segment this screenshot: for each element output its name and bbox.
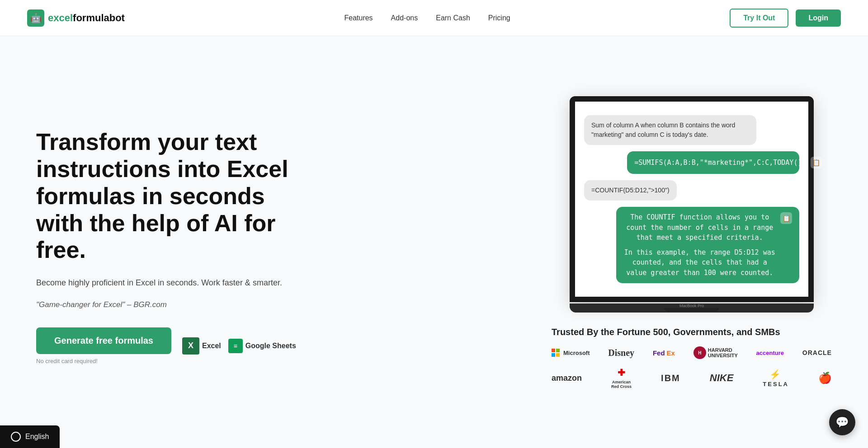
chat-bubble-4: The COUNTIF function allows you to count… xyxy=(616,207,799,283)
excel-badge: X Excel xyxy=(182,337,221,355)
lang-label: English xyxy=(25,433,49,441)
fedex-logo: FedEx xyxy=(653,349,675,357)
chat-bubble-2: =SUMIFS(A:A,B:B,"*marketing*",C:C,TODAY(… xyxy=(627,151,799,174)
hero-cta: Generate free formulas No credit card re… xyxy=(36,327,316,364)
microsoft-logo: Microsoft xyxy=(552,349,590,357)
integrations: X Excel ≡ Google Sheets xyxy=(182,337,296,355)
lang-circle-icon xyxy=(11,432,21,442)
hero-left: Transform your text instructions into Ex… xyxy=(36,129,316,364)
logos-row-2: amazon ✚ AmericanRed Cross IBM NIKE ⚡ TE… xyxy=(552,367,832,389)
laptop-mockup: Sum of column A when column B contains t… xyxy=(570,96,814,313)
oracle-logo: ORACLE xyxy=(802,349,832,356)
nav-pricing[interactable]: Pricing xyxy=(488,14,510,22)
logos-row-1: Microsoft Disney FedEx H HARVARDUNIVERSI… xyxy=(552,346,832,359)
cta-block: Generate free formulas No credit card re… xyxy=(36,327,171,364)
logo-icon: 🤖 xyxy=(27,9,44,27)
logo-text: excelformulabot xyxy=(48,12,125,24)
excel-icon: X xyxy=(182,337,199,355)
apple-logo: 🍎 xyxy=(818,372,832,384)
nav-actions: Try It Out Login xyxy=(730,9,841,28)
copy-icon-1[interactable]: 📋 xyxy=(811,157,822,168)
harvard-logo: H HARVARDUNIVERSITY xyxy=(693,346,738,359)
laptop-screen: Sum of column A when column B contains t… xyxy=(570,96,814,302)
nike-logo: NIKE xyxy=(710,372,734,384)
hero-title: Transform your text instructions into Ex… xyxy=(36,129,316,264)
logo[interactable]: 🤖 excelformulabot xyxy=(27,9,125,27)
tesla-logo: ⚡ TESLA xyxy=(763,369,789,387)
hero-subtitle: Become highly proficient in Excel in sec… xyxy=(36,276,316,289)
laptop-brand: MacBook Pro xyxy=(570,303,814,308)
copy-icon-2[interactable]: 📋 xyxy=(780,212,792,224)
nav-addons[interactable]: Add-ons xyxy=(391,14,418,22)
nav-links: Features Add-ons Earn Cash Pricing xyxy=(344,14,510,22)
accenture-logo: accenture xyxy=(756,350,784,356)
generate-button[interactable]: Generate free formulas xyxy=(36,327,171,354)
disney-logo: Disney xyxy=(608,348,634,358)
laptop-base: MacBook Pro xyxy=(570,303,814,313)
trusted-title: Trusted By the Fortune 500, Governments,… xyxy=(552,327,832,337)
cta-note: No credit card required! xyxy=(36,358,98,364)
amazon-logo: amazon xyxy=(552,373,582,383)
hero-quote: "Game-changer for Excel" – BGR.com xyxy=(36,300,316,309)
language-bar[interactable]: English xyxy=(0,425,60,448)
login-button[interactable]: Login xyxy=(796,9,841,27)
trusted-section: Trusted By the Fortune 500, Governments,… xyxy=(552,327,832,397)
chat-fab-icon: 💬 xyxy=(835,416,849,429)
sheets-label: Google Sheets xyxy=(245,342,296,350)
harvard-icon: H xyxy=(693,346,706,359)
nav-features[interactable]: Features xyxy=(344,14,373,22)
chat-bubble-3: =COUNTIF(D5:D12,">100") xyxy=(584,180,677,201)
excel-label: Excel xyxy=(202,342,221,350)
nav-earncash[interactable]: Earn Cash xyxy=(436,14,470,22)
hero-section: Transform your text instructions into Ex… xyxy=(0,36,868,448)
hero-right: Sum of column A when column B contains t… xyxy=(552,96,832,397)
sheets-icon: ≡ xyxy=(228,339,243,353)
sheets-badge: ≡ Google Sheets xyxy=(228,339,296,353)
redcross-logo: ✚ AmericanRed Cross xyxy=(611,367,632,389)
chat-fab-button[interactable]: 💬 xyxy=(829,409,855,435)
chat-container: Sum of column A when column B contains t… xyxy=(584,111,799,288)
ibm-logo: IBM xyxy=(661,373,680,383)
try-it-out-button[interactable]: Try It Out xyxy=(730,9,788,28)
chat-bubble-1: Sum of column A when column B contains t… xyxy=(584,115,756,145)
